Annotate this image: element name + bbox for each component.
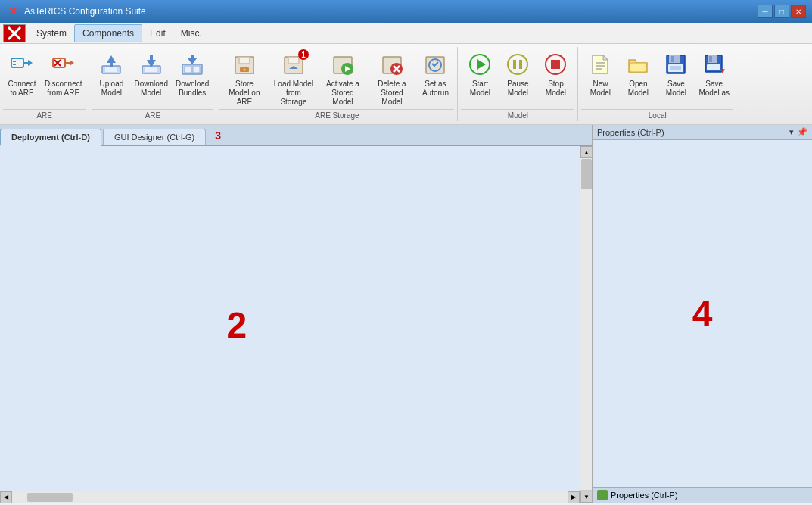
download-model-button[interactable]: DownloadModel xyxy=(130,48,171,100)
local-buttons: NewModel OpenModel xyxy=(581,47,733,109)
connect-to-are-button[interactable]: Connectto ARE xyxy=(3,48,41,100)
minimize-button[interactable]: ─ xyxy=(758,5,773,18)
properties-title: Properties (Ctrl-P) xyxy=(597,128,664,137)
svg-rect-29 xyxy=(289,58,298,63)
canvas-scrollbar-horizontal[interactable]: ◀ ▶ xyxy=(0,491,580,503)
svg-rect-16 xyxy=(145,67,157,72)
load-model-badge: 1 xyxy=(298,49,309,60)
canvas-number-badge: 2 xyxy=(226,304,247,345)
menu-edit[interactable]: Edit xyxy=(142,25,173,42)
maximize-button[interactable]: □ xyxy=(774,5,789,18)
svg-rect-19 xyxy=(185,66,191,73)
tab-gui-designer[interactable]: GUI Designer (Ctrl-G) xyxy=(103,129,206,145)
menu-system[interactable]: System xyxy=(29,25,74,42)
svg-rect-46 xyxy=(551,60,560,69)
toolbar-section-are1: Connectto ARE Disconnectfrom ARE ARE xyxy=(0,47,89,121)
open-model-icon xyxy=(624,51,652,78)
save-model-button[interactable]: SaveModel xyxy=(657,48,695,100)
delete-stored-model-label: Delete aStored Model xyxy=(371,79,412,107)
new-model-button[interactable]: NewModel xyxy=(581,48,619,100)
pause-model-label: PauseModel xyxy=(507,79,528,98)
svg-rect-59 xyxy=(709,56,712,62)
activate-stored-model-button[interactable]: Activate aStored Model xyxy=(318,48,367,109)
properties-content: 4 xyxy=(593,140,812,487)
scroll-down-arrow[interactable]: ▼ xyxy=(580,491,592,503)
download-bundles-button[interactable]: DownloadBundles xyxy=(172,48,213,100)
canvas-area[interactable]: 2 ▲ ▼ ◀ ▶ xyxy=(0,146,592,503)
new-model-icon xyxy=(586,51,614,78)
properties-footer-label: Properties (Ctrl-P) xyxy=(611,491,678,500)
download-model-label: DownloadModel xyxy=(134,79,167,98)
svg-marker-21 xyxy=(188,55,197,64)
svg-marker-41 xyxy=(477,59,486,70)
toolbar-section-local: NewModel OpenModel xyxy=(578,47,736,121)
load-model-label: Load Modelfrom Storage xyxy=(272,79,314,107)
menu-components[interactable]: Components xyxy=(74,24,142,42)
download-model-icon xyxy=(138,51,165,78)
download-bundles-icon xyxy=(179,51,206,78)
scroll-right-arrow-spacer: ▶ xyxy=(568,491,580,503)
left-panel: Deployment (Ctrl-D) GUI Designer (Ctrl-G… xyxy=(0,125,593,503)
tab-gui-designer-label: GUI Designer (Ctrl-G) xyxy=(114,132,194,142)
set-as-autorun-icon xyxy=(422,51,449,78)
pause-model-button[interactable]: PauseModel xyxy=(499,48,537,100)
are2-label: ARE xyxy=(92,109,213,121)
save-model-as-icon: ▼ xyxy=(701,51,728,78)
title-bar: ✕ AsTeRICS Configuration Suite ─ □ ✕ xyxy=(0,0,812,23)
close-button[interactable]: ✕ xyxy=(791,5,806,18)
properties-collapse-icon[interactable]: ▾ xyxy=(789,127,794,137)
disconnect-icon xyxy=(50,51,77,78)
tab-deployment-label: Deployment (Ctrl-D) xyxy=(11,132,90,142)
svg-marker-9 xyxy=(70,60,74,66)
save-model-icon xyxy=(662,51,689,78)
load-model-button[interactable]: 1 Load Modelfrom Storage xyxy=(269,48,318,109)
right-panel: Properties (Ctrl-P) ▾ 📌 4 Properties (Ct… xyxy=(593,125,812,503)
start-model-button[interactable]: StartModel xyxy=(461,48,499,100)
toolbar: Connectto ARE Disconnectfrom ARE ARE xyxy=(0,44,812,125)
menu-bar: System Components Edit Misc. xyxy=(0,23,812,44)
are-storage-label: ARE Storage xyxy=(219,109,454,121)
tab-number-badge: 3 xyxy=(207,126,229,145)
connect-icon xyxy=(8,51,36,78)
svg-marker-48 xyxy=(603,55,608,60)
svg-rect-56 xyxy=(670,66,681,70)
scroll-right-arrow[interactable]: ▶ xyxy=(568,491,580,503)
connect-to-are-label: Connectto ARE xyxy=(8,79,36,98)
start-model-icon xyxy=(466,51,493,78)
stop-model-button[interactable]: StopModel xyxy=(537,48,574,100)
disconnect-from-are-button[interactable]: Disconnectfrom ARE xyxy=(41,48,86,100)
upload-model-button[interactable]: UploadModel xyxy=(92,48,130,100)
save-model-as-button[interactable]: ▼ SaveModel as xyxy=(695,48,733,100)
menu-misc[interactable]: Misc. xyxy=(173,25,210,42)
svg-rect-2 xyxy=(11,58,23,67)
svg-rect-6 xyxy=(13,64,16,65)
local-label: Local xyxy=(581,109,733,121)
scroll-up-arrow[interactable]: ▲ xyxy=(580,146,592,158)
toolbar-section-are-storage: StoreModel on ARE 1 Load Modelfrom Stora… xyxy=(216,47,458,121)
properties-footer[interactable]: Properties (Ctrl-P) xyxy=(593,487,812,503)
are1-buttons: Connectto ARE Disconnectfrom ARE xyxy=(3,47,86,109)
are2-buttons: UploadModel DownloadModel xyxy=(92,47,213,109)
open-model-button[interactable]: OpenModel xyxy=(619,48,657,100)
properties-number-badge: 4 xyxy=(692,293,713,335)
scroll-thumb-vertical[interactable] xyxy=(581,159,592,189)
scroll-thumb-horizontal[interactable] xyxy=(27,493,73,502)
store-model-button[interactable]: StoreModel on ARE xyxy=(219,48,269,109)
upload-model-label: UploadModel xyxy=(100,79,124,98)
canvas-scrollbar-vertical[interactable]: ▲ ▼ xyxy=(580,146,592,503)
save-model-label: SaveModel xyxy=(666,79,686,98)
delete-stored-model-button[interactable]: Delete aStored Model xyxy=(367,48,416,109)
scroll-left-arrow[interactable]: ◀ xyxy=(0,491,12,503)
tab-deployment[interactable]: Deployment (Ctrl-D) xyxy=(0,129,101,146)
activate-stored-model-label: Activate aStored Model xyxy=(322,79,363,107)
svg-point-26 xyxy=(243,69,245,71)
set-as-autorun-button[interactable]: Set asAutorun xyxy=(416,48,454,100)
properties-header-controls: ▾ 📌 xyxy=(789,127,807,137)
properties-pin-icon[interactable]: 📌 xyxy=(797,127,807,137)
toolbar-section-are2: UploadModel DownloadModel xyxy=(89,47,216,121)
new-model-label: NewModel xyxy=(590,79,611,98)
activate-stored-model-icon xyxy=(329,51,356,78)
svg-rect-43 xyxy=(513,60,516,69)
are-storage-buttons: StoreModel on ARE 1 Load Modelfrom Stora… xyxy=(219,47,454,109)
toolbar-section-model: StartModel PauseModel xyxy=(458,47,578,121)
